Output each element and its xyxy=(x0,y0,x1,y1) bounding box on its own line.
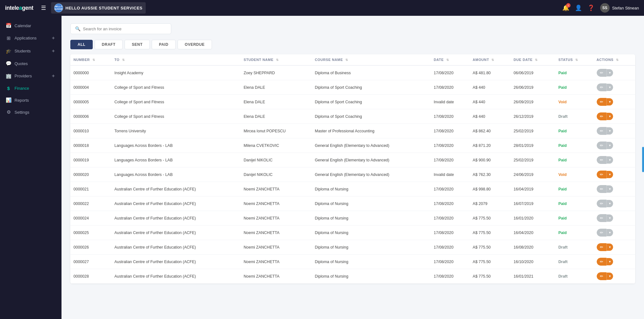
tab-all[interactable]: ALL xyxy=(70,40,93,49)
action-dropdown-button[interactable]: ▾ xyxy=(606,156,613,164)
action-dropdown-button[interactable]: ▾ xyxy=(606,69,613,76)
providers-icon: 🏢 xyxy=(6,73,11,79)
cell-to: Australian Centre of Further Education (… xyxy=(111,182,241,196)
cell-number: 0000021 xyxy=(70,182,111,196)
action-edit-button[interactable]: ✏ xyxy=(597,69,606,77)
notification-badge: 2 xyxy=(566,3,571,8)
cell-to: Torrens University xyxy=(111,124,241,138)
col-date[interactable]: DATE ⇅ xyxy=(430,54,470,65)
col-amount[interactable]: AMOUNT ⇅ xyxy=(470,54,511,65)
sort-icon-actions: ⇅ xyxy=(616,58,619,62)
cell-student-name: Milena CVETKOVIC xyxy=(240,138,312,153)
action-edit-button[interactable]: ✏ xyxy=(597,229,606,237)
agent-icon[interactable]: 👤 xyxy=(575,4,582,11)
action-dropdown-button[interactable]: ▾ xyxy=(606,142,613,149)
cell-number: 0000006 xyxy=(70,109,111,124)
tab-sent[interactable]: SENT xyxy=(125,40,150,49)
action-button-group: ✏ ▾ xyxy=(597,171,613,178)
sidebar-item-label: Quotes xyxy=(15,61,28,66)
action-button-group: ✏ ▾ xyxy=(597,258,613,266)
action-dropdown-button[interactable]: ▾ xyxy=(606,273,613,280)
action-edit-button[interactable]: ✏ xyxy=(597,200,606,208)
cell-actions: ✏ ▾ xyxy=(594,196,635,211)
sidebar-item-settings[interactable]: ⚙ Settings xyxy=(0,106,61,118)
sort-icon-number: ⇅ xyxy=(92,58,95,62)
sidebar-item-quotes[interactable]: 💬 Quotes xyxy=(0,57,61,69)
action-edit-button[interactable]: ✏ xyxy=(597,98,606,106)
action-edit-button[interactable]: ✏ xyxy=(597,83,606,91)
action-dropdown-button[interactable]: ▾ xyxy=(606,244,613,251)
providers-add-icon[interactable]: ＋ xyxy=(51,73,56,79)
col-student-name[interactable]: STUDENT NAME ⇅ xyxy=(240,54,312,65)
quotes-icon: 💬 xyxy=(6,61,11,66)
action-edit-button[interactable]: ✏ xyxy=(597,272,606,280)
action-edit-button[interactable]: ✏ xyxy=(597,258,606,266)
cell-status: Paid xyxy=(555,153,594,167)
sidebar-item-providers[interactable]: 🏢 Providers ＋ xyxy=(0,69,61,82)
org-badge: HELLOAUSSIE HELLO AUSSIE STUDENT SERVICE… xyxy=(51,2,146,14)
col-due-date[interactable]: DUE DATE ⇅ xyxy=(511,54,555,65)
tab-paid[interactable]: PAID xyxy=(152,40,176,49)
user-area[interactable]: SS Stefan Stinean xyxy=(600,3,639,13)
action-edit-button[interactable]: ✏ xyxy=(597,243,606,251)
help-icon[interactable]: ❓ xyxy=(588,4,594,11)
action-edit-button[interactable]: ✏ xyxy=(597,214,606,222)
action-dropdown-button[interactable]: ▾ xyxy=(606,200,613,207)
cell-actions: ✏ ▾ xyxy=(594,153,635,167)
action-dropdown-button[interactable]: ▾ xyxy=(606,214,613,222)
cell-to: Australian Centre of Further Education (… xyxy=(111,240,241,255)
students-icon: 🎓 xyxy=(6,48,11,54)
sidebar-item-finance[interactable]: $ Finance xyxy=(0,82,61,94)
action-edit-button[interactable]: ✏ xyxy=(597,112,606,120)
sidebar-item-students[interactable]: 🎓 Students ＋ xyxy=(0,45,61,57)
cell-number: 0000018 xyxy=(70,138,111,153)
cell-date: 17/08/2020 xyxy=(430,65,470,80)
cell-to: Insight Academy xyxy=(111,65,241,80)
body-layout: 📅 Calendar ⊞ Applications ＋ 🎓 Students ＋… xyxy=(0,16,644,319)
action-button-group: ✏ ▾ xyxy=(597,272,613,280)
action-edit-button[interactable]: ✏ xyxy=(597,171,606,178)
cell-status: Paid xyxy=(555,65,594,80)
notification-icon[interactable]: 🔔 2 xyxy=(562,4,569,11)
sort-icon-to: ⇅ xyxy=(122,58,125,62)
cell-status: Paid xyxy=(555,138,594,153)
action-edit-button[interactable]: ✏ xyxy=(597,185,606,193)
col-status[interactable]: STATUS ⇅ xyxy=(555,54,594,65)
sidebar-item-reports[interactable]: 📊 Reports xyxy=(0,94,61,106)
applications-add-icon[interactable]: ＋ xyxy=(51,35,56,41)
action-dropdown-button[interactable]: ▾ xyxy=(606,127,613,135)
action-dropdown-button[interactable]: ▾ xyxy=(606,171,613,178)
hamburger-icon[interactable]: ☰ xyxy=(41,4,46,11)
action-edit-button[interactable]: ✏ xyxy=(597,156,606,164)
scroll-indicator[interactable] xyxy=(642,147,644,172)
sidebar-item-calendar[interactable]: 📅 Calendar xyxy=(0,20,61,32)
tab-draft[interactable]: DRAFT xyxy=(95,40,123,49)
tab-overdue[interactable]: OVERDUE xyxy=(178,40,212,49)
sidebar-item-applications[interactable]: ⊞ Applications ＋ xyxy=(0,32,61,45)
col-course-name[interactable]: COURSE NAME ⇅ xyxy=(312,54,430,65)
action-dropdown-button[interactable]: ▾ xyxy=(606,258,613,265)
action-button-group: ✏ ▾ xyxy=(597,214,613,222)
cell-due-date: 24/06/2019 xyxy=(511,167,555,182)
cell-date: 17/08/2020 xyxy=(430,255,470,269)
action-dropdown-button[interactable]: ▾ xyxy=(606,229,613,236)
cell-actions: ✏ ▾ xyxy=(594,255,635,269)
action-edit-button[interactable]: ✏ xyxy=(597,141,606,149)
action-edit-button[interactable]: ✏ xyxy=(597,127,606,135)
action-dropdown-button[interactable]: ▾ xyxy=(606,185,613,193)
sort-icon-course: ⇅ xyxy=(345,58,348,62)
cell-due-date: 16/07/2019 xyxy=(511,196,555,211)
action-dropdown-button[interactable]: ▾ xyxy=(606,113,613,120)
cell-to: College of Sport and Fitness xyxy=(111,80,241,95)
col-number[interactable]: NUMBER ⇅ xyxy=(70,54,111,65)
action-dropdown-button[interactable]: ▾ xyxy=(606,98,613,105)
cell-status: Draft xyxy=(555,255,594,269)
cell-actions: ✏ ▾ xyxy=(594,182,635,196)
students-add-icon[interactable]: ＋ xyxy=(51,48,56,54)
search-input[interactable] xyxy=(83,27,167,31)
action-dropdown-button[interactable]: ▾ xyxy=(606,84,613,91)
cell-date: 17/08/2020 xyxy=(430,269,470,284)
col-to[interactable]: TO ⇅ xyxy=(111,54,241,65)
col-actions[interactable]: ACTIONS ⇅ xyxy=(594,54,635,65)
cell-course-name: Diploma of Nursing xyxy=(312,226,430,240)
